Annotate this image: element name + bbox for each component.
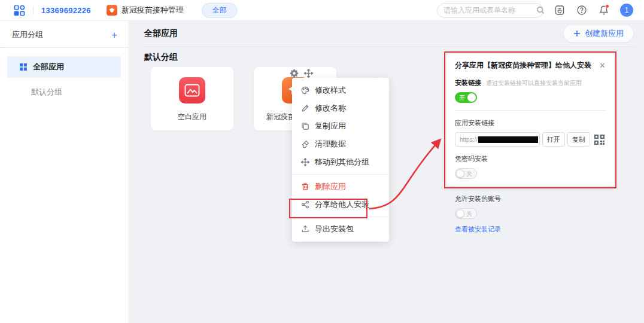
share-panel-header: 分享应用【新冠疫苗接种管理】给他人安装 ✕ xyxy=(455,54,606,71)
sidebar-item-label: 默认分组 xyxy=(31,87,62,97)
notification-dot xyxy=(605,4,609,8)
link-actions-row: https:// 512ca1c925540e07a78... 打开 复制 xyxy=(455,132,606,147)
password-install-toggle[interactable]: 关 xyxy=(455,168,477,179)
sidebar-item-all-apps[interactable]: 全部应用 xyxy=(7,56,121,78)
link-prefix-text: https:// xyxy=(460,136,478,143)
topbar-left: 13369692226 新冠疫苗接种管理 全部 xyxy=(0,3,238,18)
menu-item-export-package[interactable]: 导出安装包 xyxy=(292,220,389,238)
blank-app-icon xyxy=(179,77,205,103)
menu-item-clean-data[interactable]: 清理数据 xyxy=(292,135,389,153)
style-icon xyxy=(300,86,309,95)
user-avatar[interactable]: 1 xyxy=(620,4,633,17)
sidebar: 应用分组 + 全部应用 默认分组 xyxy=(0,21,129,323)
page-title: 全部应用 xyxy=(144,28,178,39)
menu-item-label: 分享给他人安装 xyxy=(315,199,369,210)
install-link-row: 安装链接 通过安装链接可以直接安装当前应用 xyxy=(455,78,606,87)
install-link-label: 安装链接 xyxy=(455,78,481,87)
share-app-panel: 分享应用【新冠疫苗接种管理】给他人安装 ✕ 安装链接 通过安装链接可以直接安装当… xyxy=(446,54,614,186)
menu-item-label: 移动到其他分组 xyxy=(315,157,369,167)
trash-icon xyxy=(300,182,309,191)
notifications-bell-icon[interactable] xyxy=(598,4,610,16)
apps-grid-logo-icon[interactable] xyxy=(13,4,25,16)
copy-icon xyxy=(300,122,309,131)
toggle-knob xyxy=(456,169,464,178)
toggle-knob xyxy=(456,209,464,218)
app-logo-icon xyxy=(107,5,117,16)
install-link-hint: 通过安装链接可以直接安装当前应用 xyxy=(486,79,582,87)
menu-item-move-to-group[interactable]: 移动到其他分组 xyxy=(292,153,389,171)
create-app-button[interactable]: 创建新应用 xyxy=(564,25,633,42)
app-context-menu: 修改样式 修改名称 复制应用 清理数据 xyxy=(292,78,389,242)
open-link-button[interactable]: 打开 xyxy=(542,132,565,147)
allowed-accounts-row: 允许安装的账号 xyxy=(455,194,606,203)
all-apps-grid-icon xyxy=(19,63,28,71)
qr-code-icon[interactable] xyxy=(593,133,606,146)
create-app-button-label: 创建新应用 xyxy=(585,28,624,39)
contacts-icon[interactable] xyxy=(554,4,566,16)
divider xyxy=(144,47,634,47)
share-panel-title: 分享应用【新冠疫苗接种管理】给他人安装 xyxy=(455,60,591,71)
current-app-name: 新冠疫苗接种管理 xyxy=(121,5,184,16)
toggle-off-label: 关 xyxy=(466,210,472,218)
password-install-row: 凭密码安装 xyxy=(455,154,606,163)
help-icon[interactable] xyxy=(576,4,588,16)
menu-item-share-install[interactable]: 分享给他人安装 xyxy=(292,196,389,214)
close-icon[interactable]: ✕ xyxy=(599,62,606,69)
link-tail-text: 512ca1c925540e07a78... xyxy=(539,136,540,143)
current-app-chip[interactable]: 新冠疫苗接种管理 xyxy=(107,5,184,16)
menu-item-label: 导出安装包 xyxy=(315,224,354,234)
view-install-records-link[interactable]: 查看被安装记录 xyxy=(455,225,501,234)
divider xyxy=(33,6,34,15)
menu-item-label: 修改样式 xyxy=(315,85,346,96)
move-icon xyxy=(300,158,309,167)
redacted-link-bar xyxy=(478,136,538,143)
allowed-accounts-label: 允许安装的账号 xyxy=(455,194,501,203)
account-number[interactable]: 13369692226 xyxy=(41,6,91,15)
install-link-field[interactable]: https:// 512ca1c925540e07a78... xyxy=(455,132,540,147)
panel-divider xyxy=(455,110,606,111)
app-card-blank[interactable]: 空白应用 xyxy=(151,67,233,130)
plus-icon xyxy=(573,30,581,37)
install-link-toggle[interactable]: 开 xyxy=(455,92,477,103)
add-group-button[interactable]: + xyxy=(111,30,117,40)
share-icon xyxy=(300,200,309,209)
search-input[interactable] xyxy=(443,6,536,14)
topbar-right: 1 xyxy=(437,3,644,18)
topbar: 13369692226 新冠疫苗接种管理 全部 xyxy=(0,0,644,21)
password-install-label: 凭密码安装 xyxy=(455,154,488,163)
toggle-on-label: 开 xyxy=(459,94,465,102)
menu-divider xyxy=(292,217,389,217)
panel-divider xyxy=(455,186,606,187)
toggle-knob xyxy=(467,93,476,102)
sidebar-item-label: 全部应用 xyxy=(33,62,64,72)
menu-item-delete-app[interactable]: 删除应用 xyxy=(292,178,389,196)
menu-item-label: 清理数据 xyxy=(315,139,346,150)
scope-filter-pill[interactable]: 全部 xyxy=(202,3,238,18)
menu-item-label: 复制应用 xyxy=(315,121,346,132)
toggle-off-label: 关 xyxy=(466,170,472,178)
sidebar-item-default-group[interactable]: 默认分组 xyxy=(0,81,128,103)
allowed-accounts-toggle[interactable]: 关 xyxy=(455,208,477,219)
menu-item-edit-style[interactable]: 修改样式 xyxy=(292,81,389,99)
main-content: 全部应用 创建新应用 默认分组 空白应用 新冠疫苗接种管理 xyxy=(129,21,644,323)
search-box[interactable] xyxy=(437,3,543,18)
app-card-label: 空白应用 xyxy=(178,112,206,122)
menu-item-label: 删除应用 xyxy=(315,181,346,192)
sidebar-header: 应用分组 + xyxy=(0,21,128,48)
menu-item-duplicate[interactable]: 复制应用 xyxy=(292,117,389,135)
clean-icon xyxy=(300,140,309,149)
menu-item-rename[interactable]: 修改名称 xyxy=(292,99,389,117)
export-icon xyxy=(300,225,309,234)
sidebar-title: 应用分组 xyxy=(12,29,43,40)
rename-icon xyxy=(300,104,309,113)
search-icon xyxy=(536,6,545,14)
menu-item-label: 修改名称 xyxy=(315,103,346,114)
app-install-link-label: 应用安装链接 xyxy=(455,118,494,127)
copy-link-button[interactable]: 复制 xyxy=(567,132,590,147)
group-title: 默认分组 xyxy=(144,52,178,63)
app-link-row: 应用安装链接 xyxy=(455,118,606,127)
menu-divider xyxy=(292,174,389,175)
